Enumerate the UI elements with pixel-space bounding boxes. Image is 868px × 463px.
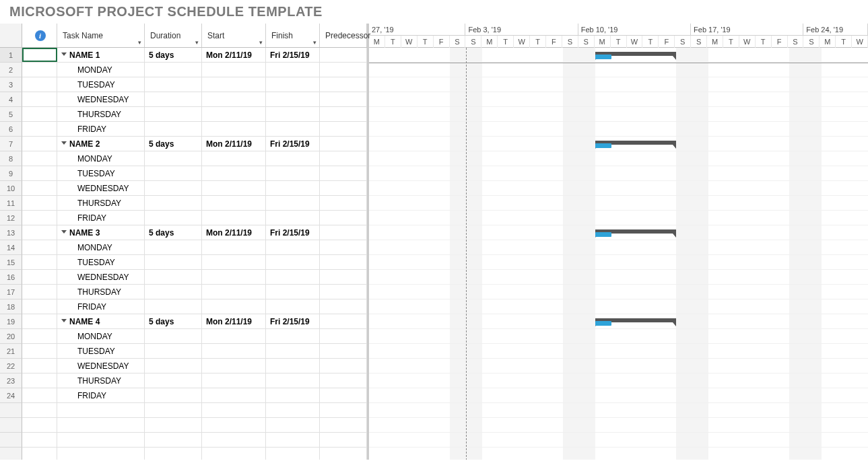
gantt-row[interactable] — [369, 63, 868, 77]
cell-dur[interactable] — [145, 403, 202, 417]
table-row[interactable]: FRIDAY — [22, 388, 367, 403]
cell-pred[interactable] — [320, 373, 367, 388]
cell-start[interactable] — [202, 166, 266, 180]
row-number[interactable] — [0, 403, 22, 418]
row-number[interactable]: 17 — [0, 285, 22, 299]
cell-start[interactable] — [202, 388, 266, 402]
cell-dur[interactable] — [145, 240, 202, 254]
column-header-finish[interactable]: Finish ▾ — [266, 24, 320, 47]
cell-pred[interactable] — [320, 299, 367, 314]
row-number[interactable]: 6 — [0, 122, 22, 137]
table-row[interactable]: TUESDAY — [22, 166, 367, 181]
collapse-arrow-icon[interactable] — [61, 319, 67, 322]
cell-task-name[interactable] — [57, 403, 145, 417]
cell-task-name[interactable]: NAME 4 — [57, 314, 145, 328]
cell-pred[interactable] — [320, 211, 367, 225]
gantt-row[interactable] — [369, 122, 868, 137]
cell-start[interactable] — [202, 196, 266, 210]
cell-dur[interactable] — [145, 211, 202, 225]
cell-dur[interactable] — [145, 285, 202, 299]
table-row[interactable]: MONDAY — [22, 151, 367, 166]
cell-finish[interactable] — [266, 344, 320, 358]
row-number[interactable]: 11 — [0, 196, 22, 211]
cell-info[interactable] — [22, 137, 57, 151]
cell-start[interactable] — [202, 285, 266, 299]
cell-pred[interactable] — [320, 388, 367, 402]
gantt-row[interactable] — [369, 196, 868, 211]
table-row[interactable]: FRIDAY — [22, 211, 367, 225]
cell-info[interactable] — [22, 77, 57, 92]
row-number[interactable] — [0, 448, 22, 460]
row-number[interactable]: 8 — [0, 151, 22, 166]
gantt-row[interactable] — [369, 211, 868, 225]
gantt-row[interactable] — [369, 77, 868, 92]
cell-dur[interactable] — [145, 344, 202, 358]
progress-bar[interactable] — [595, 321, 611, 326]
cell-info[interactable] — [22, 211, 57, 225]
cell-task-name[interactable]: NAME 2 — [57, 137, 145, 151]
cell-info[interactable] — [22, 63, 57, 77]
cell-finish[interactable] — [266, 63, 320, 77]
cell-task-name[interactable]: MONDAY — [57, 240, 145, 254]
gantt-row[interactable] — [369, 166, 868, 181]
cell-finish[interactable] — [266, 92, 320, 106]
cell-dur[interactable] — [145, 433, 202, 447]
table-row[interactable]: THURSDAY — [22, 196, 367, 211]
cell-dur[interactable] — [145, 122, 202, 136]
cell-dur[interactable] — [145, 181, 202, 195]
row-number[interactable]: 5 — [0, 107, 22, 122]
table-row[interactable]: NAME 15 daysMon 2/11/19Fri 2/15/19 — [22, 48, 367, 63]
cell-start[interactable] — [202, 373, 266, 388]
cell-pred[interactable] — [320, 314, 367, 328]
cell-info[interactable] — [22, 329, 57, 343]
gantt-row[interactable] — [369, 151, 868, 166]
cell-pred[interactable] — [320, 329, 367, 343]
table-row[interactable] — [22, 418, 367, 433]
cell-start[interactable] — [202, 418, 266, 432]
cell-finish[interactable] — [266, 433, 320, 447]
gantt-row[interactable] — [369, 403, 868, 418]
table-row[interactable]: TUESDAY — [22, 255, 367, 270]
cell-task-name[interactable]: FRIDAY — [57, 388, 145, 402]
cell-info[interactable] — [22, 285, 57, 299]
cell-finish[interactable]: Fri 2/15/19 — [266, 314, 320, 328]
cell-dur[interactable] — [145, 329, 202, 343]
cell-pred[interactable] — [320, 359, 367, 373]
cell-info[interactable] — [22, 418, 57, 432]
cell-pred[interactable] — [320, 270, 367, 284]
gantt-row[interactable] — [369, 181, 868, 196]
cell-pred[interactable] — [320, 122, 367, 136]
cell-pred[interactable] — [320, 151, 367, 166]
gantt-row[interactable] — [369, 48, 868, 63]
cell-pred[interactable] — [320, 137, 367, 151]
gantt-row[interactable] — [369, 137, 868, 151]
row-number[interactable]: 14 — [0, 240, 22, 255]
column-header-task-name[interactable]: Task Name ▾ — [57, 24, 145, 47]
cell-task-name[interactable]: TUESDAY — [57, 255, 145, 269]
row-number[interactable]: 10 — [0, 181, 22, 196]
column-header-start[interactable]: Start ▾ — [202, 24, 266, 47]
cell-dur[interactable] — [145, 373, 202, 388]
cell-dur[interactable] — [145, 107, 202, 121]
row-number[interactable]: 3 — [0, 77, 22, 92]
gantt-row[interactable] — [369, 433, 868, 448]
cell-task-name[interactable]: FRIDAY — [57, 299, 145, 314]
row-number[interactable]: 19 — [0, 314, 22, 329]
table-row[interactable]: MONDAY — [22, 63, 367, 77]
cell-dur[interactable] — [145, 196, 202, 210]
cell-dur[interactable] — [145, 63, 202, 77]
cell-start[interactable]: Mon 2/11/19 — [202, 137, 266, 151]
cell-info[interactable] — [22, 151, 57, 166]
collapse-arrow-icon[interactable] — [61, 52, 67, 56]
column-header-info[interactable]: i — [22, 24, 57, 47]
gantt-row[interactable] — [369, 225, 868, 240]
cell-dur[interactable] — [145, 92, 202, 106]
cell-start[interactable] — [202, 433, 266, 447]
cell-info[interactable] — [22, 299, 57, 314]
cell-start[interactable] — [202, 92, 266, 106]
cell-pred[interactable] — [320, 196, 367, 210]
cell-dur[interactable] — [145, 418, 202, 432]
gantt-row[interactable] — [369, 92, 868, 107]
row-number[interactable]: 4 — [0, 92, 22, 107]
table-row[interactable] — [22, 403, 367, 418]
